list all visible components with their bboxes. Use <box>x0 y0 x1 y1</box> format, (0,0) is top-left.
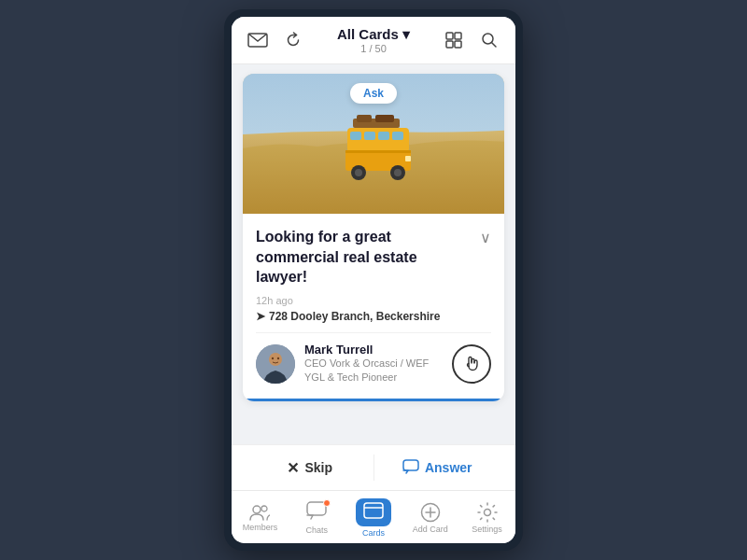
card-progress-bar <box>243 399 504 401</box>
card-time: 12h ago <box>256 295 491 306</box>
svg-rect-27 <box>403 460 418 470</box>
nav-add-card-label: Add Card <box>413 525 448 534</box>
bottom-nav: Members Chats <box>232 490 515 543</box>
add-card-icon <box>420 502 441 523</box>
nav-cards[interactable]: Cards <box>345 497 402 539</box>
skip-x-icon: ✕ <box>287 459 299 477</box>
card-image: Ask <box>243 74 504 214</box>
chats-badge-wrapper <box>306 501 327 524</box>
svg-rect-4 <box>455 41 461 48</box>
answer-button[interactable]: Answer <box>374 459 501 477</box>
nav-settings-label: Settings <box>472 525 502 534</box>
refresh-icon[interactable] <box>280 27 306 53</box>
svg-point-26 <box>277 357 279 358</box>
nav-settings[interactable]: Settings <box>458 500 515 536</box>
profile-name: Mark Turrell <box>304 343 443 357</box>
card-divider <box>256 332 491 333</box>
grid-icon[interactable] <box>441 27 467 53</box>
card-content: Looking for a great commercial real esta… <box>243 214 504 399</box>
card: Ask Looking for a great commercial real … <box>243 74 504 401</box>
svg-rect-14 <box>378 132 389 140</box>
top-bar-left <box>245 27 306 53</box>
svg-rect-2 <box>455 33 461 39</box>
connect-button[interactable] <box>452 344 491 384</box>
svg-rect-31 <box>364 503 383 518</box>
svg-point-36 <box>484 510 490 516</box>
nav-cards-label: Cards <box>362 528 385 538</box>
skip-button[interactable]: ✕ Skip <box>247 459 374 477</box>
svg-point-21 <box>394 169 402 176</box>
svg-rect-10 <box>375 115 394 122</box>
card-title-row: Looking for a great commercial real esta… <box>256 227 491 287</box>
connect-icon <box>461 354 482 374</box>
location-icon: ➤ <box>256 310 265 323</box>
answer-label: Answer <box>425 460 472 475</box>
chat-icon <box>402 459 419 477</box>
svg-point-25 <box>272 357 274 358</box>
nav-add-card[interactable]: Add Card <box>402 500 458 536</box>
top-bar: All Cards ▾ 1 / 50 <box>232 17 515 64</box>
chevron-down-icon[interactable]: ∨ <box>480 229 491 246</box>
svg-point-19 <box>355 169 362 176</box>
profile-info: Mark Turrell CEO Vork & Orcasci / WEF YG… <box>304 343 443 385</box>
phone-screen: All Cards ▾ 1 / 50 <box>232 17 515 543</box>
svg-rect-3 <box>446 41 453 48</box>
svg-rect-1 <box>446 33 453 39</box>
action-bar: ✕ Skip Answer <box>232 444 515 490</box>
top-bar-center: All Cards ▾ 1 / 50 <box>337 26 410 54</box>
svg-rect-15 <box>392 132 403 140</box>
avatar <box>256 344 295 384</box>
svg-rect-12 <box>350 132 361 140</box>
skip-label: Skip <box>304 460 332 475</box>
card-meta: 12h ago ➤ 728 Dooley Branch, Beckershire <box>256 295 491 323</box>
cards-icon <box>363 502 384 519</box>
nav-members[interactable]: Members <box>232 502 289 534</box>
svg-rect-9 <box>357 115 372 122</box>
search-icon[interactable] <box>476 27 502 53</box>
svg-point-29 <box>261 506 267 511</box>
card-location: ➤ 728 Dooley Branch, Beckershire <box>256 310 491 323</box>
card-title: Looking for a great commercial real esta… <box>256 227 472 287</box>
nav-chats-label: Chats <box>305 525 328 535</box>
svg-rect-13 <box>364 132 375 140</box>
avatar-svg <box>256 344 295 384</box>
svg-line-6 <box>492 43 497 48</box>
chats-badge-dot <box>323 499 331 507</box>
cards-active-bg <box>356 498 391 526</box>
nav-members-label: Members <box>243 523 278 532</box>
nav-chats[interactable]: Chats <box>289 499 345 537</box>
ask-badge[interactable]: Ask <box>350 83 397 104</box>
members-icon <box>249 504 270 521</box>
page-title[interactable]: All Cards ▾ <box>337 26 410 43</box>
card-area: Ask Looking for a great commercial real … <box>232 64 515 444</box>
location-text: 728 Dooley Branch, Beckershire <box>269 310 440 323</box>
mail-icon[interactable] <box>245 27 271 53</box>
svg-rect-22 <box>405 156 411 161</box>
card-profile: Mark Turrell CEO Vork & Orcasci / WEF YG… <box>256 343 491 385</box>
settings-icon <box>477 502 498 523</box>
svg-point-24 <box>269 353 282 366</box>
top-bar-right <box>441 27 502 53</box>
phone-frame: All Cards ▾ 1 / 50 <box>224 9 523 551</box>
page-subtitle: 1 / 50 <box>337 43 410 54</box>
svg-rect-17 <box>345 150 411 153</box>
svg-point-28 <box>253 506 261 513</box>
profile-title: CEO Vork & Orcasci / WEF YGL & Tech Pion… <box>304 357 443 385</box>
